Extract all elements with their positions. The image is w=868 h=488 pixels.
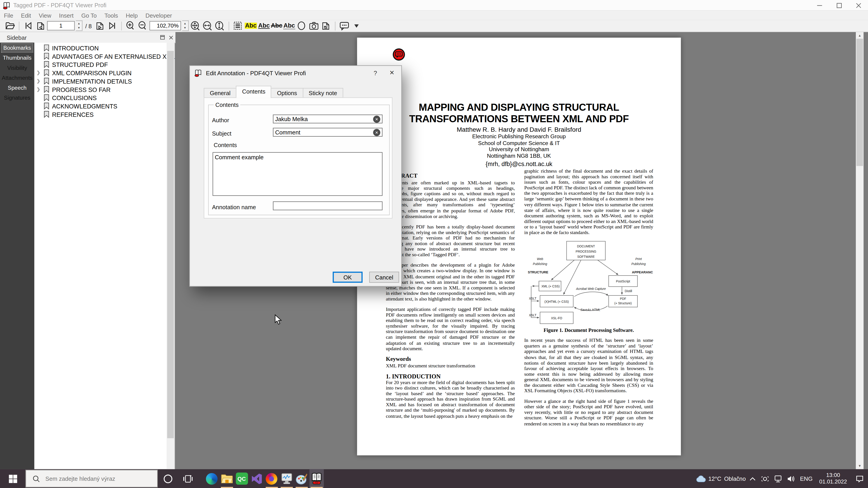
menu-help[interactable]: Help <box>122 12 142 19</box>
sidebar-float-icon[interactable] <box>158 33 166 41</box>
sidebar-tab-visibility[interactable]: Visibility <box>1 63 33 72</box>
comment-annotation-icon[interactable] <box>393 48 405 61</box>
dialog-help-button[interactable]: ? <box>368 66 383 79</box>
taskbar-app-task-manager[interactable] <box>279 469 294 488</box>
contents-textarea[interactable]: Comment example <box>213 152 382 196</box>
bookmark-item[interactable]: INTRODUCTION <box>34 43 175 52</box>
taskbar-app-paint[interactable] <box>294 469 309 488</box>
subject-field[interactable] <box>273 128 382 137</box>
bookmark-item[interactable]: ACKNOWLEDGMENTS <box>34 102 175 110</box>
bookmark-item[interactable]: ❯ IMPLEMENTATION DETAILS <box>34 77 175 85</box>
sticky-note-button[interactable] <box>339 20 350 31</box>
cancel-button[interactable]: Cancel <box>369 271 399 283</box>
expand-chevron-icon[interactable]: ❯ <box>37 87 41 92</box>
fit-height-button[interactable] <box>214 20 225 31</box>
task-view-button[interactable] <box>178 469 197 488</box>
page-number-stepper[interactable]: ▲▼ <box>76 21 83 31</box>
bookmark-item[interactable]: STRUCTURED PDF <box>34 60 175 69</box>
menu-view[interactable]: View <box>35 12 55 19</box>
zoom-in-button[interactable] <box>125 20 136 31</box>
cortana-button[interactable] <box>158 469 178 488</box>
close-icon[interactable] <box>848 0 868 11</box>
extract-image-button[interactable] <box>320 20 332 31</box>
menu-tools[interactable]: Tools <box>101 12 122 19</box>
sidebar-tab-signatures[interactable]: Signatures <box>1 93 33 102</box>
previous-page-button[interactable] <box>35 20 46 31</box>
author-field[interactable] <box>273 115 382 123</box>
taskbar-app-firefox[interactable] <box>264 469 279 488</box>
language-indicator[interactable]: ENG <box>800 475 813 482</box>
pdf-page[interactable]: MAPPING AND DISPLAYING STRUCTURAL TRANSF… <box>357 38 681 455</box>
bookmarks-scrollbar-thumb[interactable] <box>167 51 174 438</box>
bookmark-item[interactable]: ❯ PROGRESS SO FAR <box>34 85 175 94</box>
menu-developer[interactable]: Developer <box>142 12 176 19</box>
taskbar-app-edge[interactable] <box>205 469 219 488</box>
taskbar-app-file-explorer[interactable] <box>219 469 234 488</box>
screen-capture-tray-icon[interactable] <box>759 469 771 488</box>
weather-temperature[interactable]: 12°C <box>708 475 721 482</box>
start-button[interactable] <box>0 469 26 488</box>
highlight-text-button[interactable]: Abc <box>245 20 257 31</box>
clear-author-icon[interactable]: ✕ <box>373 116 380 123</box>
dialog-close-icon[interactable]: ✕ <box>382 66 401 79</box>
tab-contents[interactable]: Contents <box>236 86 272 98</box>
sidebar-tab-attachments[interactable]: Attachments <box>1 73 33 83</box>
sidebar-close-icon[interactable] <box>166 33 176 41</box>
weather-description[interactable]: Oblačno <box>724 475 746 482</box>
dialog-title-bar[interactable]: Edit Annotation - PDF4QT Viewer Profi ? … <box>190 66 401 79</box>
taskbar-app-pdf4qt-viewer[interactable]: PDF <box>309 469 324 488</box>
sidebar-tab-bookmarks[interactable]: Bookmarks <box>1 43 33 53</box>
squiggly-text-button[interactable]: Abc <box>283 20 295 31</box>
ok-button[interactable]: OK <box>333 271 363 283</box>
sidebar-tab-speech[interactable]: Speech <box>1 83 33 92</box>
title-bar[interactable]: Tagged PDF - PDF4QT Viewer Profi <box>0 0 868 11</box>
page-number-input[interactable] <box>47 21 74 31</box>
maximize-icon[interactable] <box>829 0 849 11</box>
scroll-up-icon[interactable]: ▲ <box>856 32 864 39</box>
next-page-button[interactable] <box>94 20 105 31</box>
menu-goto[interactable]: Go To <box>78 12 101 19</box>
minimize-icon[interactable] <box>810 0 829 11</box>
tab-sticky-note[interactable]: Sticky note <box>303 88 343 98</box>
clear-subject-icon[interactable]: ✕ <box>373 129 380 136</box>
vertical-scrollbar-thumb[interactable] <box>857 39 863 166</box>
menu-edit[interactable]: Edit <box>17 12 35 19</box>
expand-chevron-icon[interactable]: ❯ <box>37 70 41 75</box>
search-input[interactable] <box>44 475 152 482</box>
tab-options[interactable]: Options <box>271 88 303 98</box>
menu-file[interactable]: File <box>0 12 17 19</box>
zoom-out-button[interactable] <box>137 20 148 31</box>
first-page-button[interactable] <box>23 20 34 31</box>
bookmark-item[interactable]: ❯ XML COMPARISON PLUGIN <box>34 69 175 77</box>
menu-insert[interactable]: Insert <box>55 12 78 19</box>
ellipse-annotation-button[interactable] <box>296 20 307 31</box>
network-icon[interactable] <box>771 469 784 488</box>
scroll-down-icon[interactable]: ▼ <box>856 462 864 469</box>
underline-text-button[interactable]: Abc <box>258 20 270 31</box>
strikeout-text-button[interactable]: Abc <box>271 20 282 31</box>
zoom-level-input[interactable] <box>149 21 181 31</box>
fit-width-button[interactable] <box>202 20 213 31</box>
notification-center-icon[interactable] <box>851 469 868 488</box>
zoom-level-stepper[interactable]: ▲▼ <box>182 21 188 31</box>
annotation-name-field[interactable] <box>273 201 382 210</box>
open-document-button[interactable] <box>4 20 16 31</box>
taskbar-app-visual-studio[interactable] <box>249 469 264 488</box>
fit-page-button[interactable] <box>190 20 201 31</box>
last-page-button[interactable] <box>107 20 118 31</box>
abstract-paragraph: Until recently PDF has been a totally di… <box>386 224 515 257</box>
bookmark-item[interactable]: REFERENCES <box>34 110 175 119</box>
sidebar-tab-thumbnails[interactable]: Thumbnails <box>1 53 33 63</box>
taskbar-clock[interactable]: 13:00 01.01.2022 <box>819 472 847 485</box>
taskbar-search-box[interactable] <box>26 470 158 487</box>
tray-expand-icon[interactable] <box>746 469 759 488</box>
taskbar-app-qc[interactable]: QC <box>235 469 249 488</box>
sticky-note-dropdown[interactable] <box>351 20 362 31</box>
expand-chevron-icon[interactable]: ❯ <box>37 78 41 84</box>
tab-general[interactable]: General <box>204 88 237 98</box>
volume-icon[interactable] <box>784 469 798 488</box>
screenshot-button[interactable] <box>308 20 319 31</box>
bookmark-item[interactable]: ADVANTAGES OF AN EXTERNALISED XML ... <box>34 52 175 60</box>
bookmark-item[interactable]: CONCLUSIONS <box>34 94 175 102</box>
select-text-button[interactable] <box>232 20 243 31</box>
